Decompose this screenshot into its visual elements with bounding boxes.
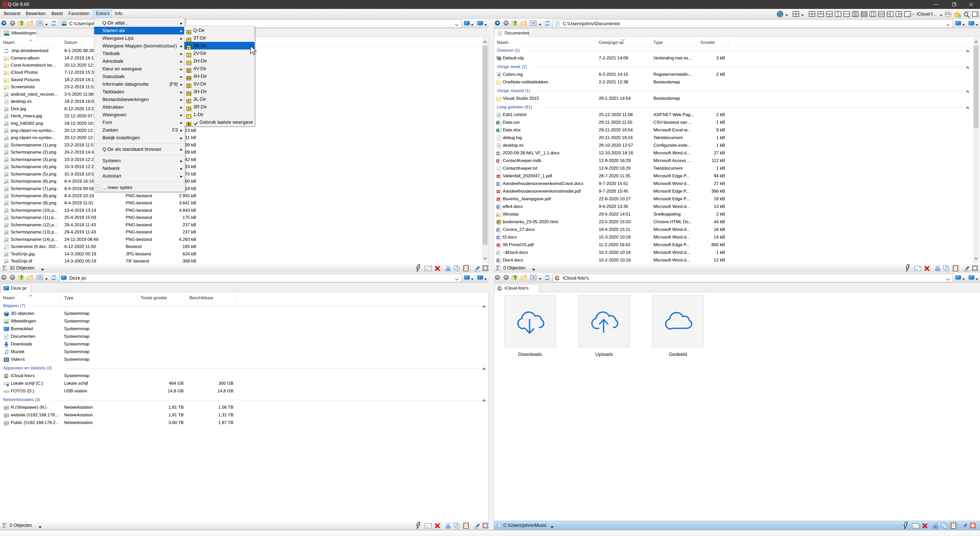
svg-text:W: W [496, 252, 499, 254]
svg-text:W: W [496, 259, 499, 262]
svg-text:X: X [497, 129, 499, 132]
svg-text:W: W [496, 236, 499, 239]
svg-text:W: W [496, 206, 499, 208]
svg-text:PDF: PDF [496, 244, 500, 246]
svg-text:W: W [496, 183, 499, 186]
svg-text:A: A [497, 160, 499, 162]
svg-text:X: X [497, 121, 499, 124]
svg-text:PDF: PDF [496, 198, 500, 200]
svg-text:W: W [496, 228, 499, 232]
svg-text:W: W [496, 152, 499, 155]
svg-text:PDF: PDF [496, 190, 500, 193]
svg-text:PDF: PDF [496, 175, 500, 178]
